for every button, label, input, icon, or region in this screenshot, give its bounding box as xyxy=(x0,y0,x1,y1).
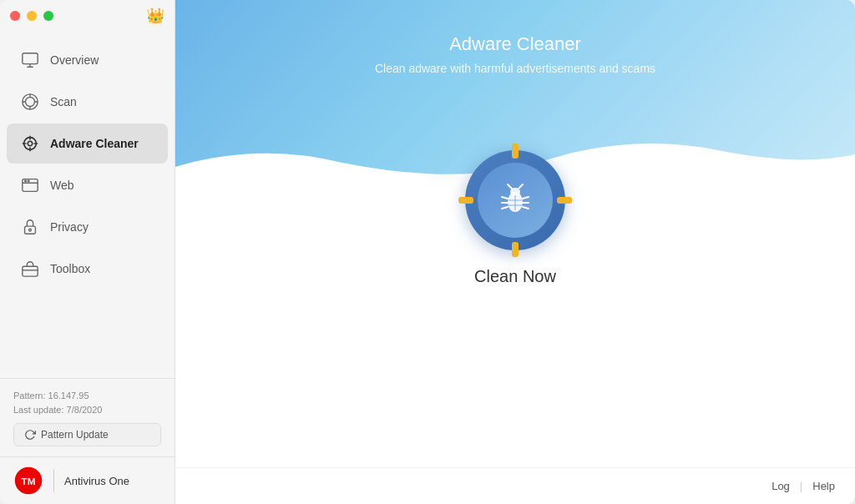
trend-micro-logo: TM xyxy=(13,466,43,496)
clean-now-button[interactable] xyxy=(465,150,565,250)
nav-menu: Overview Scan xyxy=(0,32,175,378)
header-text-block: Adware Cleaner Clean adware with harmful… xyxy=(175,0,855,75)
sidebar-item-overview-label: Overview xyxy=(50,53,99,67)
svg-point-20 xyxy=(29,229,32,231)
sidebar: 👑 Overview xyxy=(0,0,175,504)
sidebar-footer: Pattern: 16.147.95 Last update: 7/8/2020… xyxy=(0,378,175,456)
svg-line-34 xyxy=(523,207,529,209)
crosshair-arm-right xyxy=(557,197,572,204)
svg-point-18 xyxy=(28,180,29,182)
bug-icon xyxy=(495,180,535,220)
pattern-update-button[interactable]: Pattern Update xyxy=(13,423,161,446)
crosshair-arm-top xyxy=(512,144,519,159)
brand-name: Antivirus One xyxy=(64,475,129,487)
log-link[interactable]: Log xyxy=(772,480,790,492)
minimize-button[interactable] xyxy=(27,11,37,21)
svg-rect-21 xyxy=(23,266,38,276)
main-bottom-bar: Log | Help xyxy=(175,467,855,504)
footer-separator: | xyxy=(800,480,802,492)
svg-line-27 xyxy=(508,184,512,189)
svg-text:TM: TM xyxy=(22,476,36,486)
svg-line-32 xyxy=(523,197,529,199)
scan-icon xyxy=(20,92,40,112)
pattern-update-label: Pattern Update xyxy=(41,429,109,441)
brand-footer: TM Antivirus One xyxy=(0,456,175,504)
sidebar-item-toolbox-label: Toolbox xyxy=(50,262,90,275)
sidebar-item-privacy-label: Privacy xyxy=(50,220,89,234)
main-content: Adware Cleaner Clean adware with harmful… xyxy=(175,0,855,504)
svg-point-17 xyxy=(25,180,27,182)
monitor-icon xyxy=(20,50,40,70)
pattern-version: Pattern: 16.147.95 xyxy=(13,389,161,403)
sidebar-item-web-label: Web xyxy=(50,179,74,192)
svg-line-31 xyxy=(502,207,508,209)
maximize-button[interactable] xyxy=(43,11,53,21)
svg-line-29 xyxy=(502,197,508,199)
brand-divider xyxy=(53,469,54,492)
pattern-info: Pattern: 16.147.95 Last update: 7/8/2020 xyxy=(13,389,161,416)
clean-now-label: Clean Now xyxy=(474,267,556,286)
header-subtitle: Clean adware with harmful advertisements… xyxy=(175,62,855,75)
titlebar: 👑 xyxy=(0,0,175,32)
sidebar-item-adware[interactable]: Adware Cleaner xyxy=(7,123,168,164)
bug-circle-outer xyxy=(465,150,565,250)
svg-rect-19 xyxy=(25,226,36,234)
refresh-icon xyxy=(24,429,36,441)
privacy-lock-icon xyxy=(20,217,40,237)
sidebar-item-adware-label: Adware Cleaner xyxy=(50,137,139,150)
toolbox-icon xyxy=(20,259,40,279)
help-link[interactable]: Help xyxy=(812,480,835,492)
premium-crown-icon: 👑 xyxy=(146,7,164,25)
crosshair-arm-left xyxy=(458,197,473,204)
header-title: Adware Cleaner xyxy=(175,33,855,55)
svg-point-4 xyxy=(26,98,35,107)
sidebar-item-toolbox[interactable]: Toolbox xyxy=(7,249,168,289)
svg-line-28 xyxy=(519,184,523,189)
svg-point-14 xyxy=(28,141,33,146)
web-icon xyxy=(20,175,40,195)
clean-now-container: Clean Now xyxy=(465,150,565,286)
sidebar-item-web[interactable]: Web xyxy=(7,165,168,205)
svg-rect-0 xyxy=(23,53,38,64)
last-update: Last update: 7/8/2020 xyxy=(13,403,161,417)
bug-circle-inner xyxy=(478,163,553,238)
sidebar-item-overview[interactable]: Overview xyxy=(7,40,168,80)
main-body: Clean Now xyxy=(175,200,855,504)
sidebar-item-scan[interactable]: Scan xyxy=(7,82,168,122)
crosshair-arm-bottom xyxy=(512,242,519,257)
adware-crosshair-icon xyxy=(20,134,40,154)
sidebar-item-privacy[interactable]: Privacy xyxy=(7,207,168,247)
sidebar-item-scan-label: Scan xyxy=(50,95,77,108)
close-button[interactable] xyxy=(10,11,20,21)
